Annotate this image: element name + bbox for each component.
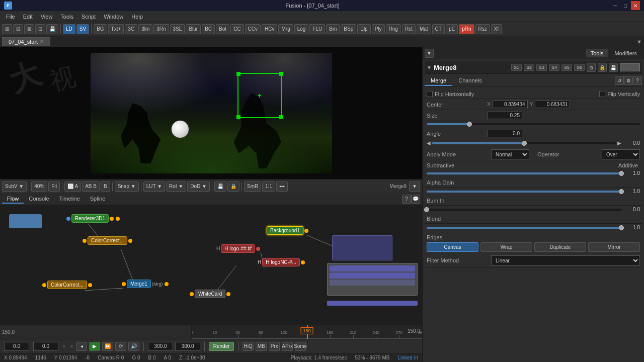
toolbar-bm[interactable]: Bm [326,24,340,34]
toolbar-grid1[interactable]: ⊞ [2,24,12,34]
angle-right-arrow[interactable]: ▶ [617,140,621,146]
lock-icon[interactable]: 🔒 [598,63,607,72]
operator-select[interactable]: Over Under In HeldOut [602,149,640,159]
tab-close-icon[interactable]: ✕ [40,39,44,44]
roi-button[interactable]: RoI ▼ [166,182,186,192]
toolbar-grid4[interactable]: ⊡ [35,24,45,34]
toolbar-ct[interactable]: CT [432,24,445,34]
burn-in-slider-track[interactable] [427,209,621,211]
toolbar-ply[interactable]: Ply [372,24,385,34]
menu-file[interactable]: File [2,13,19,21]
close-button[interactable]: ✕ [631,1,640,10]
timeline-tab[interactable]: Timeline [54,195,85,204]
angle-input[interactable] [487,130,522,137]
loop-button[interactable]: ⟳ [115,342,126,351]
save-icon2[interactable]: 💾 [609,63,618,72]
blend-slider-handle[interactable] [619,225,624,230]
filter-method-select[interactable]: Linear Nearest Cubic Lanczos [491,255,640,265]
toolbar-elp[interactable]: Elp [357,24,370,34]
toolbar-save-icon[interactable]: 💾 [46,24,58,34]
toolbar-pe[interactable]: pE [446,24,458,34]
menu-script[interactable]: Script [77,13,100,21]
toolbar-mat[interactable]: Mat [417,24,431,34]
toolbar-grid2[interactable]: ⊟ [13,24,23,34]
modifiers-tab[interactable]: Modifiers [609,49,642,57]
node-hlogonc[interactable]: H H logoNC-#... [257,258,306,266]
spline-tab[interactable]: Spline [85,195,111,204]
toolbar-ccv[interactable]: CCv [245,24,261,34]
toolbar-bsp[interactable]: BSp [341,24,356,34]
stream-s3[interactable]: S3 [536,64,547,71]
flip-h-check[interactable] [427,91,433,97]
toolbar-boi[interactable]: BoI [216,24,229,34]
alpha-gain-slider-handle[interactable] [619,189,624,194]
toolbar-rct[interactable]: Rct [402,24,416,34]
center-y-input[interactable] [535,101,570,108]
mb-button[interactable]: MB [256,342,267,351]
angle-left-arrow[interactable]: ◀ [427,140,431,146]
stream-s5[interactable]: S5 [561,64,572,71]
view-b-button[interactable]: AB B [82,182,100,192]
toolbar-flu[interactable]: FLU [309,24,325,34]
toolbar-sv[interactable]: SV [76,24,89,34]
fit-button[interactable]: Fit [48,182,60,192]
toolbar-blur[interactable]: Blur [186,24,201,34]
selected-node-indicator[interactable] [9,214,42,228]
edges-duplicate-button[interactable]: Duplicate [534,242,586,252]
alpha-gain-slider-track[interactable] [427,191,621,193]
node-hlogo[interactable]: H H logo-##.tif [215,244,261,253]
toolbar-3c[interactable]: 3C [125,24,137,34]
view-a-button[interactable]: ⬜ A [64,182,81,192]
node-whitecard[interactable]: WhiteCard [189,290,231,298]
toolbar-3rn[interactable]: 3Rn [153,24,169,34]
toolbar-bg[interactable]: BG [94,24,107,34]
menu-help[interactable]: Help [127,13,147,21]
settings-icon[interactable]: ⚙ [624,76,633,85]
node-colorcorrect1[interactable]: ColorCorrect... [82,236,133,245]
flow-comment-button[interactable]: 💬 [411,195,420,204]
subv-button[interactable]: SubV ▼ [2,182,27,192]
node-merge1[interactable]: Merge1 (Mrg) [121,280,170,288]
timeline-ruler[interactable]: 0 30 60 90 120 150 180 21 [191,325,422,339]
menu-tools[interactable]: Tools [56,13,77,21]
channels-tab[interactable]: Channels [452,76,488,86]
some-button[interactable]: Some [295,342,306,351]
view-scroll[interactable]: ▼ [409,182,420,192]
node-colorcorrect2[interactable]: ColorCorrect... [41,281,93,289]
stream-s4[interactable]: S4 [549,64,559,71]
console-tab[interactable]: Console [24,195,54,204]
stream-s6[interactable]: S6 [574,64,585,71]
burn-in-slider-handle[interactable] [424,207,429,212]
apply-mode-select[interactable]: Normal Screen Dissolve Multiply [491,149,529,159]
frame-end-input1[interactable] [148,342,173,351]
toolbar-prn[interactable]: pRn [459,24,474,34]
toolbar-grid3[interactable]: ⊠ [24,24,34,34]
color-swatch[interactable] [620,63,640,71]
hiq-button[interactable]: HiQ [243,342,254,351]
smr-button[interactable]: SmR [244,182,261,192]
subtractive-slider-track[interactable] [427,172,621,174]
audio-button[interactable]: 🔊 [128,342,139,351]
flip-v-check[interactable] [599,91,605,97]
flow-info-button[interactable]: ? [402,195,411,204]
bars-button[interactable]: ▪▪▪ [276,182,288,192]
toolbar-log[interactable]: Log [294,24,309,34]
toolbar-bc[interactable]: BC [202,24,215,34]
help-icon[interactable]: ? [633,76,642,85]
menu-view[interactable]: View [37,13,57,21]
play-button[interactable]: ▶ [89,342,100,351]
tab-expand-button[interactable]: ▼ [636,39,642,45]
toolbar-3lm[interactable]: 3lm [138,24,152,34]
blend-slider-track[interactable] [427,227,621,229]
zoom-button[interactable]: 40% [31,182,47,192]
preview-viewport[interactable]: 大 视 野 学 院 [0,47,422,179]
node-background1[interactable]: Background1 [267,226,309,235]
stream-s2[interactable]: S2 [524,64,534,71]
copy-icon[interactable]: ⊙ [587,63,596,72]
ratio-button[interactable]: 1:1 [262,182,275,192]
node-renderer3d1[interactable]: Renderer3D1 [65,214,121,223]
edges-mirror-button[interactable]: Mirror [588,242,640,252]
merge-tab[interactable]: Merge [425,76,452,86]
tab-07-04-start[interactable]: 07_04_start ✕ [2,37,50,46]
toolbar-3sl[interactable]: 3SL [170,24,185,34]
